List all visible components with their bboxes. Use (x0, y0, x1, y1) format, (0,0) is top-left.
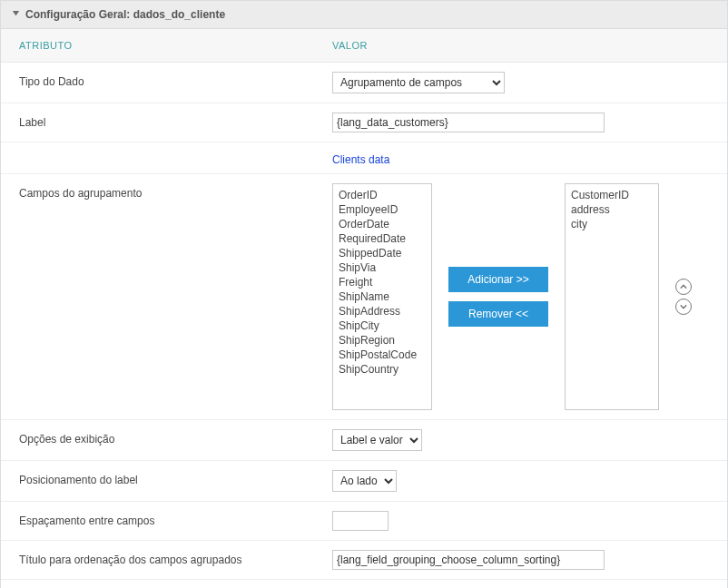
list-item[interactable]: ShippedDate (339, 246, 426, 260)
row-label-preview: Clients data (1, 142, 727, 174)
list-item[interactable]: address (571, 202, 653, 217)
list-item[interactable]: ShipPostalCode (339, 348, 426, 362)
list-item[interactable]: EmployeeID (339, 202, 426, 217)
label-grouping-fields: Campos do agrupamento (19, 183, 332, 410)
config-panel: Configuração Geral: dados_do_cliente ATR… (0, 0, 728, 588)
label-label-position: Posicionamento do label (19, 470, 332, 486)
list-item[interactable]: ShipRegion (339, 333, 426, 348)
panel-header[interactable]: Configuração Geral: dados_do_cliente (1, 1, 727, 29)
list-item[interactable]: city (571, 217, 653, 231)
selected-list[interactable]: CustomerIDaddresscity (565, 183, 659, 410)
move-down-button[interactable] (675, 299, 692, 315)
available-list[interactable]: OrderIDEmployeeIDOrderDateRequiredDateSh… (332, 183, 432, 410)
label-label: Label (19, 113, 332, 129)
list-item[interactable]: ShipName (339, 289, 426, 304)
row-label-position: Posicionamento do label Ao lado (1, 461, 727, 502)
list-item[interactable]: CustomerID (571, 188, 653, 202)
row-display-options: Opções de exibição Label e valor (1, 420, 727, 461)
svg-marker-0 (13, 11, 19, 15)
dual-list: OrderIDEmployeeIDOrderDateRequiredDateSh… (332, 183, 709, 410)
label-spacing: Espaçamento entre campos (19, 511, 332, 527)
collapse-icon (12, 8, 20, 21)
list-item[interactable]: RequiredDate (339, 231, 426, 246)
list-item[interactable]: ShipAddress (339, 304, 426, 318)
chevron-down-icon (680, 303, 687, 310)
select-data-type[interactable]: Agrupamento de campos (332, 72, 505, 93)
remove-button[interactable]: Remover << (448, 301, 548, 327)
reorder-buttons (675, 279, 692, 315)
col-attribute: ATRIBUTO (19, 40, 332, 51)
label-sort-title: Título para ordenação dos campos agrupad… (19, 550, 332, 566)
row-label: Label (1, 103, 727, 142)
column-headers: ATRIBUTO VALOR (1, 29, 727, 63)
add-button[interactable]: Adicionar >> (448, 267, 548, 292)
list-item[interactable]: ShipVia (339, 260, 426, 275)
move-up-button[interactable] (675, 279, 692, 295)
list-item[interactable]: ShipCity (339, 318, 426, 333)
row-grouping-fields: Campos do agrupamento OrderIDEmployeeIDO… (1, 174, 727, 420)
input-label[interactable] (332, 113, 605, 132)
chevron-up-icon (680, 283, 687, 290)
transfer-buttons: Adicionar >> Remover << (448, 267, 548, 327)
row-data-type: Tipo do Dado Agrupamento de campos (1, 63, 727, 103)
input-spacing[interactable] (332, 511, 389, 531)
label-data-type: Tipo do Dado (19, 72, 332, 88)
list-item[interactable]: OrderDate (339, 217, 426, 231)
label-preview-link[interactable]: Clients data (332, 148, 389, 168)
list-item[interactable]: Freight (339, 275, 426, 289)
list-item[interactable]: OrderID (339, 188, 426, 202)
row-sort-title: Título para ordenação dos campos agrupad… (1, 541, 727, 580)
select-label-position[interactable]: Ao lado (332, 470, 397, 492)
panel-title: Configuração Geral: dados_do_cliente (25, 8, 225, 21)
label-display-options: Opções de exibição (19, 429, 332, 446)
row-spacing: Espaçamento entre campos (1, 502, 727, 541)
col-value: VALOR (332, 40, 368, 51)
row-sql-type: Tipo SQL Texto (1, 580, 727, 588)
input-sort-title[interactable] (332, 550, 605, 570)
select-display-options[interactable]: Label e valor (332, 429, 422, 451)
list-item[interactable]: ShipCountry (339, 362, 426, 377)
